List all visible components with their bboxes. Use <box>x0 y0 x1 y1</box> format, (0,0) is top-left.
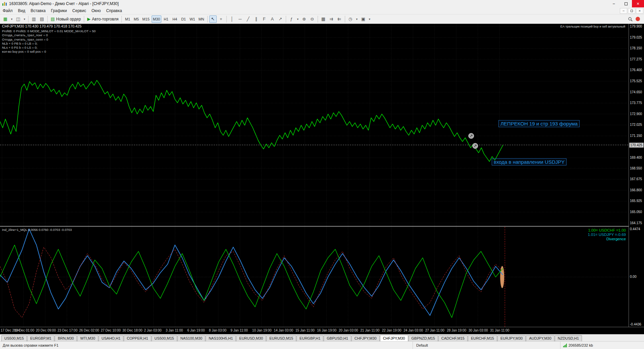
chart-tab-eurchf-m15[interactable]: EURCHF,M15 <box>468 335 497 341</box>
trendline-tool-icon: ╱ <box>247 16 250 21</box>
chart-tab-audjpy-m30[interactable]: AUDJPY,M30 <box>526 335 554 341</box>
indicators-dropdown-icon: ▾ <box>297 17 299 21</box>
menu-[interactable]: Окно <box>89 8 104 14</box>
templates-button[interactable]: ▣ <box>360 15 367 23</box>
trade-marker-1[interactable] <box>469 133 474 139</box>
chart-tab-brn-m30[interactable]: BRN,M30 <box>55 335 77 341</box>
templates-dropdown[interactable]: ▾ <box>368 15 372 23</box>
trendline-tool[interactable]: ╱ <box>245 15 252 23</box>
price-scale[interactable]: 179.900179.025178.150177.275176.400175.5… <box>629 24 644 327</box>
menu-[interactable]: Вставка <box>28 8 48 14</box>
vertical-line-tool[interactable]: │ <box>228 15 236 23</box>
time-tick-8-jan-03-00: 8 Jan 03:00 <box>209 329 226 332</box>
close-button[interactable]: × <box>632 0 644 7</box>
timeframe-m30-button[interactable]: M30 <box>152 15 161 23</box>
price-tick-172.025: 172.025 <box>630 123 642 127</box>
timeframe-m5-button[interactable]: M5 <box>132 15 140 23</box>
status-profile[interactable]: Default <box>413 342 560 349</box>
arrow-tool[interactable]: ↗ <box>277 15 284 23</box>
chart-tab-eurusd-m15[interactable]: EURUSD,M15 <box>266 335 296 341</box>
chart-tab-nas100-m30[interactable]: NAS100,M30 <box>177 335 205 341</box>
chart-tab-wti-m30[interactable]: WTI,M30 <box>77 335 98 341</box>
chart-ohlc-line: CHFJPY,M30 170.430 170.479 170.418 170.4… <box>2 24 82 28</box>
profiles-dropdown[interactable]: ▾ <box>22 15 26 23</box>
timeframe-h4-button[interactable]: H4 <box>171 15 179 23</box>
horizontal-line-tool-icon: ─ <box>238 16 241 21</box>
horizontal-line-tool[interactable]: ─ <box>236 15 244 23</box>
timeframe-h4-button-icon: H4 <box>172 17 177 21</box>
profiles-button[interactable]: ◫ <box>14 15 22 23</box>
indicator-label-usdchf: 1.00= USDCHF =1.00 <box>588 228 626 233</box>
zoom-in-button[interactable]: ⊕ <box>301 15 308 23</box>
chart-tab-eurgbp-m1[interactable]: EURGBP,M1 <box>27 335 54 341</box>
market-watch-button[interactable]: ▥ <box>30 15 38 23</box>
timeframe-h1-button[interactable]: H1 <box>162 15 170 23</box>
toolbar-separator <box>318 16 318 22</box>
crosshair-tool[interactable]: + <box>217 15 225 23</box>
auto-scroll-button[interactable]: ⇉ <box>328 15 335 23</box>
autotrading-button[interactable]: ▶Авто-торговля <box>86 15 120 23</box>
chart-tab-us500-m15[interactable]: US500,M15 <box>152 335 177 341</box>
toolbar-separator <box>84 16 84 22</box>
chart-tab-nas100h5-h1[interactable]: NAS100H5,H1 <box>206 335 236 341</box>
indicators-button[interactable]: ƒ <box>288 15 295 23</box>
zoom-out-button[interactable]: ⊖ <box>309 15 316 23</box>
timeframe-w1-button[interactable]: W1 <box>188 15 197 23</box>
timeframe-mn-button[interactable]: MN <box>197 15 206 23</box>
menu-[interactable]: Сервис <box>70 8 89 14</box>
chart-tab-usaho-h1[interactable]: USAHO,H1 <box>99 335 123 341</box>
channel-tool[interactable]: ∥ <box>253 15 260 23</box>
cursor-tool[interactable]: ↖ <box>209 15 217 23</box>
chart-tab-gbpnzd-m15[interactable]: GBPNZD,M15 <box>409 335 438 341</box>
period-menu-dropdown[interactable]: ▾ <box>355 15 359 23</box>
annotation-usdjpy[interactable]: входа в направлении USDJPY <box>492 158 567 165</box>
chart-tab-eurgbp-h1[interactable]: EURGBP,H1 <box>297 335 323 341</box>
timeframe-m1-button[interactable]: M1 <box>123 15 131 23</box>
chart-restore-button[interactable] <box>628 8 635 14</box>
timeframe-m15-button[interactable]: M15 <box>141 15 151 23</box>
chart-tab-copper-h1[interactable]: COPPER,H1 <box>124 335 151 341</box>
chart-tab-eurjpy-m30[interactable]: EURJPY,M30 <box>497 335 526 341</box>
annotation-leprekon[interactable]: ЛЕПРЕКОН 19 и стр 193 форума <box>498 120 580 127</box>
chart-tab-chfjpy-m30[interactable]: CHFJPY,M30 <box>352 335 380 341</box>
profiles-button-icon: ◫ <box>16 16 20 21</box>
period-menu-button[interactable]: ◷ <box>347 15 354 23</box>
crosshair-tool-icon: + <box>220 16 222 21</box>
time-axis[interactable]: 17 Dec 202419 Dec 01:0020 Dec 09:0023 De… <box>0 327 644 334</box>
time-tick-9-jan-11-00: 9 Jan 11:00 <box>230 329 248 332</box>
chart-tab-cadchf-m15[interactable]: CADCHF,M15 <box>438 335 468 341</box>
chart-tab-eurusd-m30[interactable]: EURUSD,M30 <box>236 335 266 341</box>
chart-close-button[interactable]: × <box>636 8 643 14</box>
time-tick-16-jan-19-00: 16 Jan 19:00 <box>317 329 336 332</box>
chart-shift-button[interactable]: ⇇ <box>336 15 343 23</box>
new-chart-button[interactable]: ▦ <box>2 15 9 23</box>
chart-tab-us500-m15[interactable]: US500,M15 <box>1 335 27 341</box>
data-window-button[interactable]: ▤ <box>38 15 46 23</box>
new-order-button[interactable]: ▤Новый ордер <box>49 15 82 23</box>
text-tool[interactable]: A <box>269 15 276 23</box>
chart-tab-gbpusd-h1[interactable]: GBPUSD,H1 <box>324 335 351 341</box>
minimize-button[interactable]: − <box>608 0 620 7</box>
price-tick-179.900: 179.900 <box>630 24 642 29</box>
new-chart-dropdown[interactable]: ▾ <box>10 15 14 23</box>
search-button[interactable] <box>627 15 634 23</box>
indicator-pane[interactable]: Ind_2line+1_MQL 0.0056 0.0760 -0.0703 -0… <box>0 227 629 327</box>
indicators-dropdown[interactable]: ▾ <box>296 15 300 23</box>
menu-[interactable]: Справка <box>104 8 125 14</box>
fibonacci-tool[interactable]: F <box>261 15 268 23</box>
trade-marker-2[interactable] <box>473 143 478 149</box>
chart-tab-chfjpy-m30[interactable]: CHFJPY,M30 <box>380 335 408 341</box>
menu-[interactable]: Графики <box>48 8 70 14</box>
channel-tool-icon: ∥ <box>255 16 258 21</box>
maximize-button[interactable] <box>620 0 632 7</box>
toolbar-separator <box>345 16 345 22</box>
timeframe-m1-button-icon: M1 <box>125 17 130 21</box>
chart-minimize-button[interactable]: − <box>620 8 627 14</box>
timeframe-d1-button[interactable]: D1 <box>179 15 187 23</box>
tile-windows-button[interactable]: ▦ <box>320 15 327 23</box>
main-chart-pane[interactable]: CHFJPY,M30 170.430 170.479 170.418 170.4… <box>0 24 629 226</box>
chart-tab-nzdusd-h1[interactable]: NZDUSD,H1 <box>555 335 582 341</box>
menu-[interactable]: Файл <box>0 8 15 14</box>
menu-[interactable]: Вид <box>15 8 28 14</box>
notifications-badge-icon[interactable] <box>636 17 640 21</box>
